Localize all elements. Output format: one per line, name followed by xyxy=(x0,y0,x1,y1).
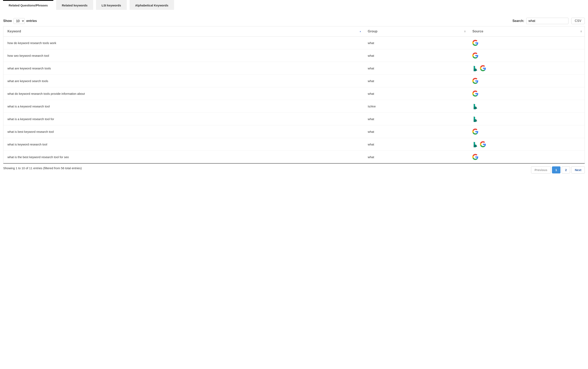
source-icons xyxy=(472,91,580,97)
cell-group: what xyxy=(364,37,468,49)
table-row: what are keyword search toolswhat xyxy=(3,75,585,87)
bing-icon xyxy=(472,141,478,147)
column-header-keyword[interactable]: Keyword ▲ xyxy=(3,26,364,37)
column-keyword-label: Keyword xyxy=(8,30,21,33)
cell-group: what xyxy=(364,75,468,87)
cell-source xyxy=(468,75,585,87)
cell-group: what xyxy=(364,49,468,62)
bing-icon xyxy=(472,116,478,122)
table-row: how do keyword research tools workwhat xyxy=(3,37,585,49)
source-icons xyxy=(472,154,580,160)
bing-icon xyxy=(472,65,478,71)
column-header-source[interactable]: Source ▲ ▼ xyxy=(468,26,585,37)
page-size-select[interactable]: 10 xyxy=(13,18,25,24)
pagination: Previous12Next xyxy=(531,166,585,174)
table-row: what is a keyword research tool forwhat xyxy=(3,113,585,125)
search-wrap: Search: xyxy=(512,18,568,24)
cell-group: what xyxy=(364,125,468,138)
cell-group: what xyxy=(364,138,468,151)
cell-source xyxy=(468,49,585,62)
cell-keyword: what is best keyword research tool xyxy=(3,125,364,138)
source-icons xyxy=(472,103,580,109)
sort-desc-icon: ▼ xyxy=(464,31,466,33)
tab-alphabetical-keywords[interactable]: Alphabetical Keywords xyxy=(130,0,174,10)
google-icon xyxy=(472,52,478,59)
sort-indicator-group: ▲ ▼ xyxy=(464,30,466,33)
source-icons xyxy=(472,65,580,71)
google-icon xyxy=(472,91,478,97)
show-label: Show xyxy=(3,19,12,23)
table-row: what is keyword research toolwhat xyxy=(3,138,585,151)
google-icon xyxy=(472,129,478,135)
next-button[interactable]: Next xyxy=(571,166,585,174)
cell-keyword: what is a keyword research tool for xyxy=(3,113,364,125)
panel: Show 10 entries Search: CSV Keyword ▲ xyxy=(3,13,585,174)
right-controls: Search: CSV xyxy=(512,18,585,24)
source-icons xyxy=(472,116,580,122)
table-body: how do keyword research tools workwhatho… xyxy=(3,37,585,163)
tab-related-keywords[interactable]: Related keywords xyxy=(56,0,93,10)
cell-keyword: how seo keyword research tool xyxy=(3,49,364,62)
cell-source xyxy=(468,100,585,113)
source-icons xyxy=(472,129,580,135)
table-row: what is the best keyword research tool f… xyxy=(3,151,585,163)
column-source-label: Source xyxy=(472,30,483,33)
cell-keyword: what do keyword research tools provide i… xyxy=(3,87,364,100)
cell-group: what xyxy=(364,151,468,163)
column-group-label: Group xyxy=(368,30,378,33)
cell-keyword: what are keyword research tools xyxy=(3,62,364,75)
source-icons xyxy=(472,40,580,46)
sort-indicator-source: ▲ ▼ xyxy=(580,30,582,33)
cell-keyword: how do keyword research tools work xyxy=(3,37,364,49)
google-icon xyxy=(480,141,486,147)
cell-source xyxy=(468,151,585,163)
table-row: how seo keyword research toolwhat xyxy=(3,49,585,62)
tabs-container: Related Questions/PhrasesRelated keyword… xyxy=(3,0,585,10)
cell-source xyxy=(468,138,585,151)
cell-source xyxy=(468,37,585,49)
cell-group: what xyxy=(364,87,468,100)
google-icon xyxy=(472,40,478,46)
page-button-1[interactable]: 1 xyxy=(552,166,560,174)
source-icons xyxy=(472,52,580,59)
table-wrap: Keyword ▲ Group ▲ ▼ Source xyxy=(3,26,585,164)
footer-row: Showing 1 to 10 of 11 entries (filtered … xyxy=(3,164,585,174)
cell-group: Is/Are xyxy=(364,100,468,113)
entries-label: entries xyxy=(26,19,37,23)
controls-row: Show 10 entries Search: CSV xyxy=(3,14,585,26)
cell-source xyxy=(468,125,585,138)
keywords-table: Keyword ▲ Group ▲ ▼ Source xyxy=(3,26,585,163)
table-row: what is a keyword research toolIs/Are xyxy=(3,100,585,113)
table-row: what do keyword research tools provide i… xyxy=(3,87,585,100)
previous-button[interactable]: Previous xyxy=(531,166,551,174)
sort-desc-icon: ▼ xyxy=(580,31,582,33)
source-icons xyxy=(472,78,580,84)
sort-indicator-keyword: ▲ xyxy=(359,31,361,32)
table-row: what are keyword research toolswhat xyxy=(3,62,585,75)
column-header-group[interactable]: Group ▲ ▼ xyxy=(364,26,468,37)
source-icons xyxy=(472,141,580,147)
google-icon xyxy=(472,78,478,84)
cell-group: what xyxy=(364,62,468,75)
cell-keyword: what is the best keyword research tool f… xyxy=(3,151,364,163)
google-icon xyxy=(480,65,486,71)
search-label: Search: xyxy=(512,19,524,23)
cell-group: what xyxy=(364,113,468,125)
sort-asc-icon: ▲ xyxy=(359,31,361,32)
search-input[interactable] xyxy=(526,18,568,24)
show-entries: Show 10 entries xyxy=(3,18,37,24)
page-button-2[interactable]: 2 xyxy=(562,166,570,174)
tab-lsi-keywords[interactable]: LSI keywords xyxy=(96,0,127,10)
cell-keyword: what is keyword research tool xyxy=(3,138,364,151)
cell-keyword: what are keyword search tools xyxy=(3,75,364,87)
cell-source xyxy=(468,62,585,75)
cell-source xyxy=(468,87,585,100)
cell-source xyxy=(468,113,585,125)
cell-keyword: what is a keyword research tool xyxy=(3,100,364,113)
google-icon xyxy=(472,154,478,160)
csv-button[interactable]: CSV xyxy=(571,18,585,24)
table-row: what is best keyword research toolwhat xyxy=(3,125,585,138)
bing-icon xyxy=(472,103,478,109)
info-text: Showing 1 to 10 of 11 entries (filtered … xyxy=(3,166,82,170)
tab-related-questions-phrases[interactable]: Related Questions/Phrases xyxy=(3,0,53,10)
